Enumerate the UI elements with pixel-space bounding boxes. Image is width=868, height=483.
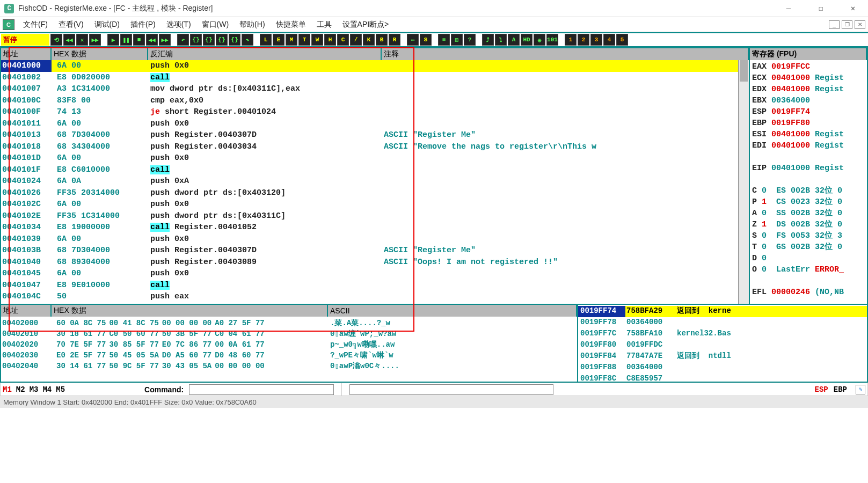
memory-tab[interactable]: M3 [30,385,39,394]
dump-col-hex[interactable]: HEX 数据 [52,305,328,317]
disasm-row[interactable]: 00401026FF35 20314000push dword ptr ds:[… [1,187,749,199]
disasm-row[interactable]: 00401007A3 1C314000mov dword ptr ds:[0x4… [1,83,749,95]
disasm-row[interactable]: 004010006A 00push 0x0 [1,60,749,72]
memory-tab[interactable]: M4 [42,385,52,394]
register-line[interactable]: D 0 [752,253,865,264]
toolbar-button[interactable]: A [508,34,520,46]
register-line[interactable]: C 0 ES 002B 32位 0 [752,185,865,196]
stack-body[interactable]: 0019FF74758BFA29返回到 kerne0019FF780036400… [578,305,867,382]
dump-row[interactable]: 0040202070 7E 5F 7730 85 5F 77E0 7C 86 7… [1,339,577,350]
register-line[interactable]: P 1 CS 0023 32位 0 [752,196,865,208]
disasm-row[interactable]: 0040103B68 7D304000push Register.0040307… [1,245,749,257]
toolbar-button[interactable]: S [420,34,432,46]
stack-row[interactable]: 0019FF8CC8E85957 [578,374,867,382]
toolbar-button[interactable]: ⟲ [50,34,62,46]
stack-row[interactable]: 0019FF8800364000 [578,362,867,374]
toolbar-button[interactable]: K [363,34,375,46]
disasm-row[interactable]: 0040100C83F8 00cmp eax,0x0 [1,95,749,107]
menu-item[interactable]: 查看(V) [53,19,89,31]
toolbar-button[interactable]: ≡ [438,34,450,46]
toolbar-button[interactable]: ↷ [242,34,253,46]
minimize-button[interactable]: — [778,1,799,16]
register-line[interactable]: A 0 SS 002B 32位 0 [752,208,865,219]
disasm-row[interactable]: 00401002E8 0D020000call [1,72,749,84]
toolbar-button[interactable]: {} [190,34,202,46]
toolbar-button[interactable]: B [376,34,388,46]
mdi-minimize-icon[interactable]: _ [829,20,840,29]
toolbar-button[interactable]: 3 [590,34,602,46]
register-line[interactable]: Z 1 DS 002B 32位 0 [752,219,865,230]
mdi-close-icon[interactable]: ✕ [855,20,865,29]
menu-item[interactable]: 调试(D) [89,19,125,31]
dump-col-addr[interactable]: 地址 [1,305,52,317]
esp-label[interactable]: ESP [815,385,828,394]
toolbar-button[interactable]: ▶ [107,34,119,46]
disasm-row[interactable]: 004010456A 00push 0x0 [1,268,749,280]
col-disasm[interactable]: 反汇编 [148,48,382,60]
disasm-scrollbar[interactable] [738,60,749,304]
register-line[interactable]: EDX 00401000 Regist [752,84,865,95]
toolbar-button[interactable]: ◀◀ [146,34,158,46]
toolbar-button[interactable]: ▶▶ [89,34,101,46]
toolbar-button[interactable]: M [286,34,297,46]
disasm-row[interactable]: 0040104068 89304000push Register.0040308… [1,257,749,268]
dump-col-ascii[interactable]: ASCII [328,305,577,317]
toolbar-button[interactable]: C [337,34,349,46]
disasm-row[interactable]: 00401047E8 9E010000call [1,280,749,291]
toolbar-button[interactable]: E [273,34,285,46]
toolbar-button[interactable]: ↶ [177,34,189,46]
disasm-row[interactable]: 004010116A 00push 0x0 [1,118,749,130]
close-button[interactable]: ✕ [842,1,864,16]
toolbar-button[interactable]: T [298,34,310,46]
stack-row[interactable]: 0019FF74758BFA29返回到 kerne [578,306,867,317]
toolbar-button[interactable]: W [311,34,323,46]
memory-tab[interactable]: M2 [16,385,25,394]
toolbar-button[interactable]: 4 [603,34,615,46]
register-line[interactable] [752,151,865,163]
toolbar-button[interactable]: HD [521,34,533,46]
register-line[interactable]: EDI 00401000 Regist [752,140,865,151]
menu-item[interactable]: 窗口(W) [196,19,235,31]
col-comment[interactable]: 注释 [382,48,749,60]
toolbar-button[interactable]: ⊞ [451,34,463,46]
disasm-row[interactable]: 0040101FE8 C6010000call [1,164,749,176]
menu-item[interactable]: 快捷菜单 [271,19,311,31]
register-line[interactable]: EBP 0019FF80 [752,118,865,129]
disasm-row[interactable]: 0040102EFF35 1C314000push dword ptr ds:[… [1,210,749,222]
toolbar-button[interactable]: {} [203,34,215,46]
col-hex[interactable]: HEX 数据 [52,48,148,60]
register-line[interactable] [752,275,865,287]
ebp-label[interactable]: EBP [834,385,847,394]
registers-header[interactable]: 寄存器 (FPU) [750,48,867,60]
register-line[interactable]: ECX 00401000 Regist [752,72,865,84]
toolbar-button[interactable]: R [389,34,400,46]
toolbar-button[interactable]: ⤴ [482,34,494,46]
register-line[interactable]: S 0 FS 0053 32位 3 [752,230,865,241]
menu-app-icon[interactable]: C [3,19,14,30]
toolbar-button[interactable]: ▶▶ [159,34,171,46]
dump-row[interactable]: 00402030E0 2E 5F 7750 45 05 5AD0 A5 60 7… [1,350,577,361]
register-line[interactable]: EFL 00000246 (NO,NB [752,287,865,298]
register-line[interactable]: ESP 0019FF74 [752,106,865,118]
disasm-row[interactable]: 0040104C50push eax [1,291,749,303]
toolbar-button[interactable]: ? [464,34,476,46]
toolbar-button[interactable]: ✕ [76,34,88,46]
toolbar-button[interactable]: {} [229,34,240,46]
register-line[interactable]: EAX 0019FFCC [752,61,865,72]
disasm-row[interactable]: 0040101868 34304000push Register.0040303… [1,141,749,153]
stack-row[interactable]: 0019FF800019FFDC [578,340,867,351]
edit-icon[interactable]: ✎ [856,385,865,394]
mdi-restore-icon[interactable]: ❐ [842,20,852,29]
memory-tab[interactable]: M1 [3,385,12,394]
toolbar-button[interactable]: {} [216,34,228,46]
dump-row[interactable]: 0040200060 0A 8C 7500 41 8C 7500 00 00 0… [1,318,577,328]
toolbar-button[interactable]: / [350,34,362,46]
disasm-row[interactable]: 00401034E8 19000000call Register.0040105… [1,222,749,233]
toolbar-button[interactable]: ◀◀ [63,34,75,46]
toolbar-button[interactable]: 5 [616,34,628,46]
toolbar-button[interactable]: 101 [546,34,558,46]
toolbar-button[interactable]: ⋯ [407,34,419,46]
memory-tab[interactable]: M5 [56,385,65,394]
toolbar-button[interactable]: ⤵ [495,34,507,46]
disasm-row[interactable]: 0040101D6A 00push 0x0 [1,152,749,164]
